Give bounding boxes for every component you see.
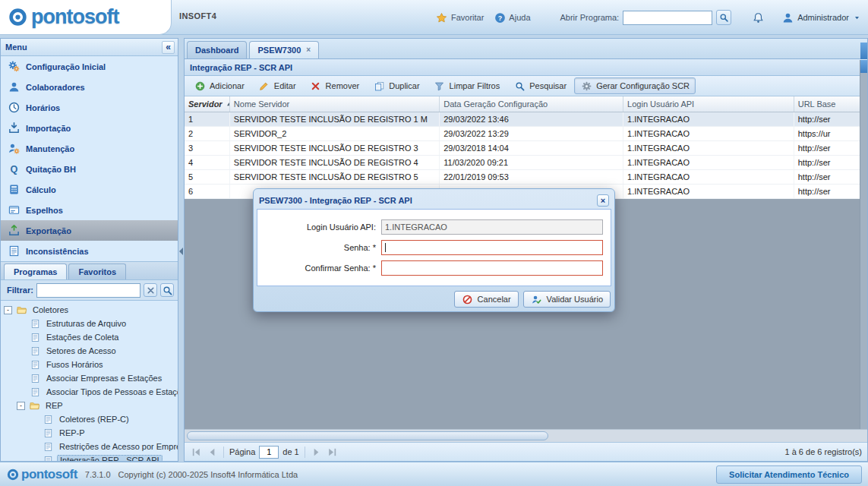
- splitter-collapse-handle[interactable]: [179, 248, 183, 255]
- sidebar-item[interactable]: QQuitação BH: [1, 159, 178, 179]
- tree-node[interactable]: Restrições de Acesso por Empresa e: [1, 440, 178, 453]
- ajuda-button[interactable]: ? Ajuda: [494, 11, 530, 24]
- horizontal-scrollbar[interactable]: [185, 429, 867, 442]
- sidebar-item[interactable]: Horários: [1, 97, 178, 118]
- tree-node-label: REP-P: [57, 428, 87, 437]
- sidebar-item[interactable]: Exportação: [1, 220, 178, 241]
- sidebar-item[interactable]: Colaboradores: [1, 77, 178, 97]
- cancelar-button[interactable]: Cancelar: [454, 291, 519, 308]
- dialog-titlebar[interactable]: PSEW7300 - Integração REP - SCR API ×: [257, 192, 611, 209]
- vertical-scrollbar[interactable]: [860, 60, 867, 429]
- dialog-field-row: Senha: *: [265, 240, 603, 255]
- toolbar-button[interactable]: Pesquisar: [507, 77, 573, 94]
- sidebar-tab[interactable]: Programas: [4, 264, 67, 279]
- table-row[interactable]: 1SERVIDOR TESTE INCLUSÃO DE REGISTRO 1 M…: [185, 112, 867, 127]
- table-row[interactable]: 5SERVIDOR TESTE INCLUSÃO DE REGISTRO 522…: [185, 170, 867, 185]
- tree-node[interactable]: -REP: [1, 399, 178, 412]
- pager-next-icon[interactable]: [311, 446, 323, 458]
- sidebar-item[interactable]: Configuração Inicial: [1, 56, 178, 77]
- export-icon: [8, 225, 20, 237]
- page-input[interactable]: [259, 446, 279, 459]
- pager-prev-icon[interactable]: [206, 446, 218, 458]
- toolbar-button[interactable]: Editar: [252, 77, 302, 94]
- sidebar-item[interactable]: Espelhos: [1, 200, 178, 220]
- sidebar-item[interactable]: Cálculo: [1, 179, 178, 200]
- horizontal-scrollbar-thumb[interactable]: [187, 431, 548, 440]
- tree-node[interactable]: Coletores (REP-C): [1, 412, 178, 426]
- collapse-menu-button[interactable]: «: [162, 41, 175, 54]
- favoritar-button[interactable]: Favoritar: [436, 11, 484, 24]
- toolbar-button-label: Remover: [326, 81, 360, 90]
- footer: pontosoft 7.3.1.0 Copyright (c) 2000-202…: [0, 462, 868, 486]
- toolbar-button[interactable]: Adicionar: [188, 77, 251, 94]
- table-cell: 1.INTEGRACAO: [623, 185, 794, 198]
- column-header[interactable]: URL Base: [794, 96, 867, 112]
- user-menu[interactable]: Administrador: [781, 11, 860, 24]
- field-label: Login Usuário API:: [265, 222, 376, 232]
- table-row[interactable]: 4SERVIDOR TESTE INCLUSÃO DE REGISTRO 411…: [185, 156, 867, 170]
- folder-icon: [28, 399, 40, 412]
- column-header[interactable]: Login Usuário API: [623, 96, 794, 112]
- app-title: INSOFT4: [179, 11, 216, 21]
- senha-input[interactable]: [381, 240, 603, 255]
- notifications-bell-icon[interactable]: [752, 11, 764, 24]
- tab-close-icon[interactable]: ×: [306, 46, 311, 54]
- tree-expander[interactable]: -: [17, 402, 25, 410]
- doc-icon: [42, 454, 54, 461]
- tab-psew7300[interactable]: PSEW7300×: [249, 41, 319, 58]
- confirmar-senha-input[interactable]: [381, 260, 603, 276]
- toolbar-button[interactable]: Gerar Configuração SCR: [574, 77, 696, 94]
- sidebar-item[interactable]: Manutenção: [1, 138, 178, 159]
- tree-node[interactable]: Associar Empresas e Estações: [1, 371, 178, 385]
- tree-node[interactable]: Setores de Acesso: [1, 344, 178, 358]
- abrir-programa-lookup-button[interactable]: [716, 10, 731, 25]
- tree-node[interactable]: Estruturas de Arquivo: [1, 317, 178, 330]
- table-row[interactable]: 3SERVIDOR TESTE INCLUSÃO DE REGISTRO 329…: [185, 141, 867, 156]
- toolbar-button[interactable]: Remover: [304, 77, 366, 94]
- pager-first-icon[interactable]: [190, 446, 202, 458]
- doc-icon: [29, 331, 41, 343]
- table-cell: 1.INTEGRACAO: [623, 112, 794, 126]
- tree-node[interactable]: Fusos Horários: [1, 358, 178, 371]
- toolbar-button[interactable]: Limpar Filtros: [428, 77, 507, 94]
- main-tab-bar: DashboardPSEW7300×: [185, 39, 867, 59]
- sidebar-splitter[interactable]: [179, 38, 183, 462]
- column-header[interactable]: Nome Servidor: [230, 96, 440, 112]
- toolbar-button-label: Editar: [274, 81, 296, 90]
- star-icon: [436, 11, 448, 24]
- tree-node[interactable]: Estações de Coleta: [1, 330, 178, 344]
- doc-icon: [29, 345, 41, 357]
- sidebar-item[interactable]: Importação: [1, 118, 178, 138]
- tab-label: Dashboard: [195, 46, 238, 55]
- support-button[interactable]: Solicitar Atendimento Técnico: [716, 465, 862, 484]
- toolbar-button-label: Limpar Filtros: [450, 81, 500, 90]
- column-header[interactable]: Servidor: [185, 96, 230, 112]
- filter-input[interactable]: [36, 283, 140, 298]
- menu-title: Menu: [5, 43, 27, 52]
- abrir-programa-input[interactable]: [623, 11, 712, 25]
- sidebar-item-label: Colaboradores: [26, 83, 85, 92]
- login-usuario-api-input: [381, 219, 603, 235]
- sidebar-item[interactable]: Inconsistências: [1, 241, 178, 261]
- toolbar-button[interactable]: Duplicar: [367, 77, 425, 94]
- folder-icon: [15, 304, 27, 316]
- column-header[interactable]: Data Geração Configuração: [440, 96, 623, 112]
- pager-last-icon[interactable]: [327, 446, 339, 458]
- table-cell: 1.INTEGRACAO: [623, 170, 794, 184]
- tab-dashboard[interactable]: Dashboard: [187, 41, 247, 58]
- dialog-close-button[interactable]: ×: [597, 194, 609, 207]
- table-row[interactable]: 2SERVIDOR_229/03/2022 13:291.INTEGRACAOh…: [185, 127, 867, 141]
- tree-expander[interactable]: -: [4, 306, 12, 314]
- sidebar-item-label: Quitação BH: [26, 165, 76, 174]
- validar-usuario-button[interactable]: Validar Usuário: [523, 291, 611, 308]
- tree-node[interactable]: Associar Tipos de Pessoas e Estações: [1, 385, 178, 399]
- tree-node[interactable]: Integração REP - SCR API: [1, 453, 178, 461]
- vertical-scrollbar-button[interactable]: [860, 60, 867, 73]
- tree-node[interactable]: -Coletores: [1, 303, 178, 317]
- sidebar-tab[interactable]: Favoritos: [68, 264, 126, 279]
- search-filter-button[interactable]: [160, 283, 174, 297]
- field-label: Confirmar Senha: *: [265, 264, 376, 273]
- tree-node[interactable]: REP-P: [1, 426, 178, 440]
- clear-filter-button[interactable]: [144, 283, 157, 297]
- tab-overflow-button[interactable]: [860, 43, 867, 59]
